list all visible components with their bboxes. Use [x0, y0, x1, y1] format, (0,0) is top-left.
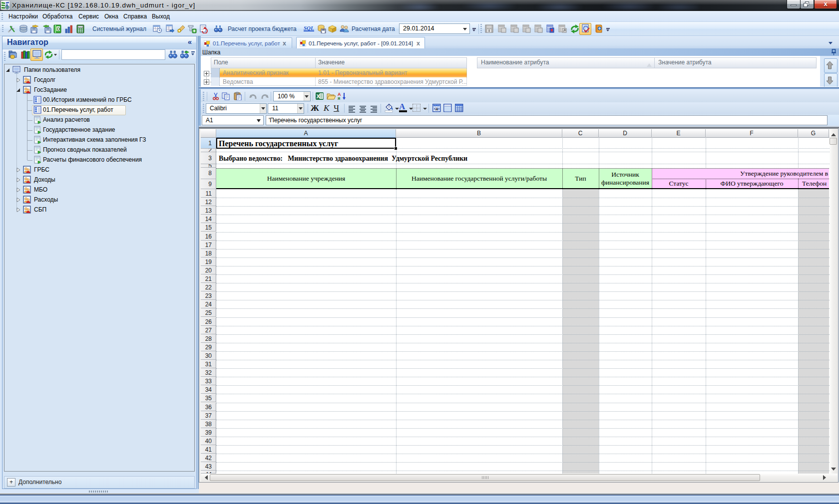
svg-text:я: я — [338, 96, 340, 100]
svg-text:D: D — [57, 26, 60, 31]
svg-text:X: X — [317, 93, 321, 99]
